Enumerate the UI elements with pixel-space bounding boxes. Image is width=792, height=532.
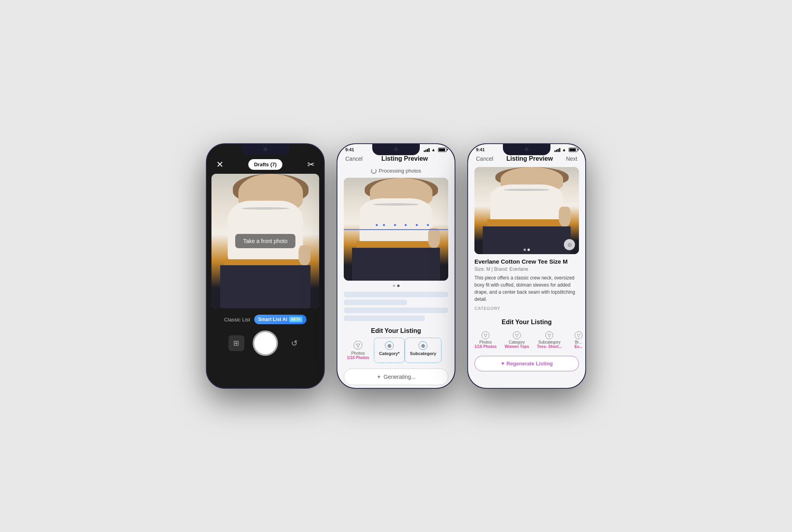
phone3-photos-name: Photos: [480, 340, 492, 344]
gallery-button[interactable]: ⊞: [228, 335, 244, 351]
signal-bars: [424, 147, 430, 152]
phone3-next-button[interactable]: Next: [566, 156, 577, 162]
camera-edit-icon[interactable]: ⊙: [564, 239, 575, 250]
battery-fill: [439, 148, 445, 151]
phone3-tab-subcategory[interactable]: ▽ Subcategory Tees- Short...: [534, 329, 565, 351]
phone-3: 9:41 ▲ Cancel Listing Prev: [467, 143, 586, 389]
category-section-label: CATEGORY: [474, 306, 579, 311]
subcategory-label: Subcategory: [410, 351, 436, 356]
phone3-wifi-icon: ▲: [562, 147, 566, 152]
phones-container: ✕ Drafts (7) ✂ Take a front photo: [206, 143, 586, 389]
phone3-subcategory-icon: ▽: [545, 331, 553, 339]
generating-button[interactable]: ✦ Generating...: [344, 369, 448, 385]
regenerate-text: ✦ Regenerate Listing: [501, 361, 553, 367]
edit-tab-photos[interactable]: ▽ Photos 1/16 Photos: [342, 338, 374, 363]
camera-bottom: Classic List Smart List AI BETA ⊞ ↺: [207, 308, 324, 364]
status-bar-right: ▲: [424, 147, 447, 152]
listing-info: Everlane Cotton Crew Tee Size M Size: M …: [468, 254, 585, 316]
phone2-notch: [372, 144, 420, 155]
signal-bar-4: [428, 148, 430, 152]
phone2-jeans: [352, 248, 440, 281]
phone3-cancel-button[interactable]: Cancel: [476, 156, 493, 162]
phone3-brand-value: Ev...: [575, 344, 583, 349]
smart-list-badge[interactable]: Smart List AI BETA: [254, 315, 307, 324]
phone2-cancel-button[interactable]: Cancel: [345, 156, 363, 162]
phone3-subcategory-value: Tees- Short...: [537, 344, 562, 349]
img-dot-1[interactable]: [524, 249, 526, 251]
processing-bar: Processing photos: [337, 165, 455, 176]
photos-value: 1/16 Photos: [347, 355, 369, 360]
phone3-battery-fill: [569, 148, 576, 151]
phone3-tab-photos[interactable]: ▽ Photos 1/16 Photos: [471, 329, 500, 351]
signal-bar-3: [427, 149, 428, 152]
signal-bar-1: [424, 150, 425, 152]
phone3-necklace: [504, 189, 550, 191]
phone3-edit-section: Edit Your Listing ▽ Photos 1/16 Photos ▽…: [468, 316, 585, 353]
shutter-button[interactable]: [253, 331, 278, 356]
edit-tab-subcategory[interactable]: ⊕ Subcategory: [405, 338, 442, 363]
phone3-status-right: ▲: [554, 147, 577, 152]
phone3-signal-bar-1: [554, 150, 556, 152]
close-button[interactable]: ✕: [216, 160, 223, 170]
drafts-badge[interactable]: Drafts (7): [248, 159, 282, 170]
product-title: Everlane Cotton Crew Tee Size M: [474, 258, 579, 265]
phone3-edit-tabs: ▽ Photos 1/16 Photos ▽ Category Women To…: [468, 329, 585, 351]
battery-icon: [438, 148, 447, 152]
phone3-edit-title: Edit Your Listing: [468, 319, 585, 326]
phone3-page-title: Listing Preview: [506, 155, 553, 162]
phone2-shirt: [360, 198, 433, 248]
carousel-dots: [337, 282, 455, 289]
phone3-time: 9:41: [476, 147, 485, 152]
carousel-dot-1[interactable]: [393, 285, 395, 287]
sparkle-icon: ✦: [377, 374, 381, 380]
regenerate-button[interactable]: ✦ Regenerate Listing: [474, 356, 579, 371]
flip-camera-button[interactable]: ↺: [286, 335, 302, 351]
scan-dot-6: [427, 224, 429, 226]
edit-tab-category[interactable]: ⊕ Category*: [374, 338, 405, 363]
img-dot-2[interactable]: [527, 249, 530, 251]
scan-dot-1: [376, 224, 378, 226]
skeleton-1: [344, 292, 448, 297]
phone2-listing-image: [344, 178, 448, 281]
edit-tabs: ▽ Photos 1/16 Photos ⊕ Category* ⊕ Subca…: [337, 338, 455, 363]
phone3-person-photo: [474, 167, 579, 254]
skeleton-2: [344, 300, 407, 305]
scan-dot-3: [394, 224, 396, 226]
phone3-notch: [503, 144, 550, 155]
phone3-hand: [559, 207, 571, 226]
classic-list-label[interactable]: Classic List: [224, 317, 250, 323]
phone1-screen: ✕ Drafts (7) ✂ Take a front photo: [207, 144, 324, 388]
scan-dot-5: [416, 224, 418, 226]
category-icon: ⊕: [385, 341, 394, 350]
processing-spinner: [371, 168, 377, 174]
phone3-tab-category[interactable]: ▽ Category Women Tops: [501, 329, 532, 351]
generating-text: Generating...: [384, 374, 416, 380]
scissors-button[interactable]: ✂: [307, 160, 314, 170]
photos-label: Photos: [351, 351, 365, 355]
phone2-screen: 9:41 ▲ Cancel Listing Prev: [337, 144, 455, 388]
scan-line: [344, 229, 448, 230]
phone2-necklace: [373, 203, 419, 205]
phone3-tab-brand[interactable]: ▽ Br... Ev...: [567, 329, 585, 351]
product-description: This piece offers a classic crew neck, o…: [474, 274, 579, 303]
phone3-brand-icon: ▽: [575, 331, 583, 339]
phone3-subcategory-name: Subcategory: [538, 340, 560, 344]
phone-1: ✕ Drafts (7) ✂ Take a front photo: [206, 143, 325, 389]
product-meta: Size: M | Brand: Everlane: [474, 266, 579, 272]
phone1-notch: [242, 144, 289, 155]
edit-title: Edit Your Listing: [337, 327, 455, 334]
phone3-product-image: ⊙: [474, 167, 579, 254]
subcategory-icon: ⊕: [419, 341, 427, 350]
shirt: [228, 201, 303, 265]
skeleton-3: [344, 308, 448, 313]
carousel-dot-2[interactable]: [397, 285, 400, 287]
category-label: Category*: [379, 351, 400, 356]
phone3-photos-icon: ▽: [482, 331, 489, 339]
hand: [299, 245, 310, 265]
scan-dot-2: [383, 224, 385, 226]
phone3-category-icon: ▽: [513, 331, 521, 339]
listing-type-toggle: Classic List Smart List AI BETA: [216, 315, 314, 324]
phone3-signal-bar-4: [559, 148, 560, 152]
phone3-battery-icon: [569, 148, 577, 152]
signal-bar-2: [425, 150, 426, 152]
